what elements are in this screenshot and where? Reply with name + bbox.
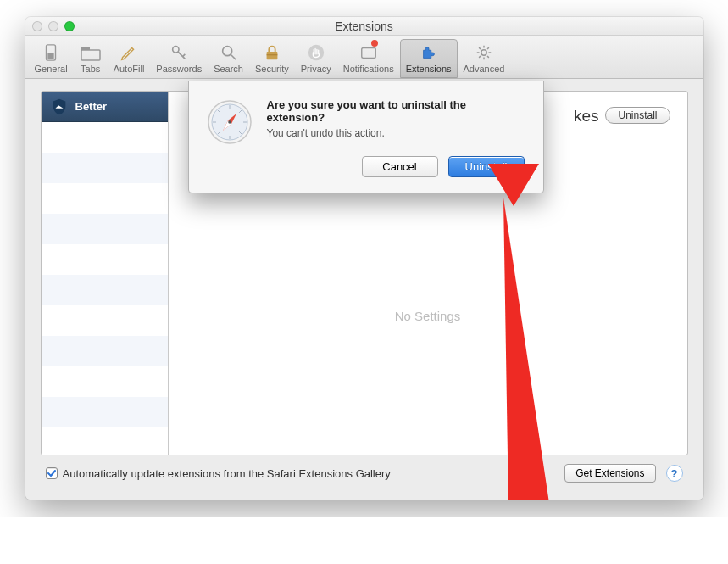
svg-point-7 [308,45,324,60]
switch-icon [40,42,62,64]
tab-notifications[interactable]: Notifications [337,39,400,78]
svg-point-4 [173,47,179,53]
dialog-title: Are you sure you want to uninstall the e… [267,98,525,124]
svg-rect-8 [362,48,376,59]
extension-list-item[interactable]: Better [42,92,168,122]
tab-advanced[interactable]: Advanced [458,39,511,78]
auto-update-checkbox[interactable] [46,467,58,479]
notification-icon [358,42,380,64]
svg-rect-6 [266,52,277,59]
tab-label: Notifications [343,64,394,74]
safari-compass-icon [206,98,253,146]
extension-title-fragment: kes [574,107,599,126]
cancel-button[interactable]: Cancel [362,156,438,177]
tab-label: General [35,64,68,74]
tab-label: Search [214,64,243,74]
window-title: Extensions [25,20,703,33]
pencil-icon [118,42,140,64]
confirm-uninstall-dialog: Are you sure you want to uninstall the e… [188,81,544,193]
tab-label: AutoFill [114,64,145,74]
tab-label: Security [255,64,289,74]
tab-tabs[interactable]: Tabs [74,39,108,78]
extensions-sidebar: Better [42,92,169,455]
uninstall-button[interactable]: Uninstall [605,107,670,124]
content-area: Better kes Uninstall No Settings Automat… [25,79,703,500]
svg-point-20 [228,120,231,124]
auto-update-label: Automatically update extensions from the… [63,467,391,480]
svg-point-9 [481,50,486,55]
dialog-actions: Cancel Uninstall [267,156,525,177]
extension-name: Better [75,100,108,113]
dialog-body: Are you sure you want to uninstall the e… [267,98,525,177]
tab-passwords[interactable]: Passwords [150,39,208,78]
help-button[interactable]: ? [666,465,683,482]
no-settings-label: No Settings [169,176,687,455]
key-icon [168,42,190,64]
tab-label: Tabs [81,64,100,74]
shield-icon [50,98,69,116]
tab-label: Passwords [156,64,202,74]
sidebar-empty-rows [42,122,168,455]
preferences-toolbar: General Tabs AutoFill Passwords Search [25,36,703,79]
tab-label: Advanced [464,64,505,74]
confirm-uninstall-button[interactable]: Uninstall [448,156,525,177]
footer: Automatically update extensions from the… [41,455,688,488]
lock-icon [261,42,283,64]
tab-label: Extensions [406,64,452,74]
tab-autofill[interactable]: AutoFill [108,39,151,78]
tab-search[interactable]: Search [208,39,249,78]
svg-rect-3 [81,47,90,50]
titlebar[interactable]: Extensions [25,17,703,36]
puzzle-icon [418,42,440,64]
hand-icon [305,42,327,64]
dialog-message: You can't undo this action. [267,127,525,139]
svg-rect-2 [81,50,100,60]
tab-privacy[interactable]: Privacy [295,39,337,78]
svg-point-5 [222,47,231,56]
tab-general[interactable]: General [29,39,74,78]
notification-badge [371,40,378,47]
tab-label: Privacy [301,64,331,74]
search-icon [218,42,240,64]
tab-security[interactable]: Security [249,39,295,78]
get-extensions-button[interactable]: Get Extensions [564,464,655,483]
tabs-icon [80,42,102,64]
tab-extensions[interactable]: Extensions [400,39,458,78]
preferences-window: Extensions General Tabs AutoFill Passwor… [25,17,703,500]
gear-icon [473,42,495,64]
svg-rect-1 [47,53,53,59]
